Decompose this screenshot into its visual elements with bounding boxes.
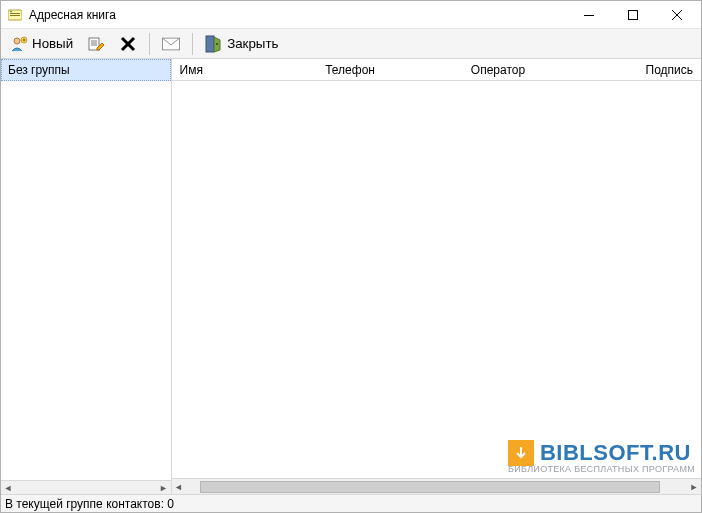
svg-rect-5 — [629, 10, 638, 19]
close-button-label: Закрыть — [227, 36, 278, 51]
contacts-list: Имя Телефон Оператор Подпись BIBLSOFT.RU… — [172, 59, 701, 494]
svg-line-6 — [672, 10, 682, 20]
svg-point-8 — [14, 38, 20, 44]
svg-line-7 — [672, 10, 682, 20]
scroll-left-icon: ◄ — [172, 480, 186, 494]
scroll-left-icon: ◄ — [1, 481, 15, 495]
column-header-operator[interactable]: Оператор — [463, 59, 638, 80]
column-header-signature[interactable]: Подпись — [638, 59, 702, 80]
svg-rect-1 — [10, 13, 20, 14]
window-title: Адресная книга — [29, 8, 116, 22]
edit-icon — [87, 35, 105, 53]
minimize-button[interactable] — [567, 1, 611, 28]
app-icon — [7, 7, 23, 23]
exit-icon — [205, 35, 223, 53]
scrollbar-thumb[interactable] — [200, 481, 660, 493]
sidebar-horizontal-scrollbar[interactable]: ◄ ► — [1, 480, 171, 494]
watermark-subtitle: БИБЛИОТЕКА БЕСПЛАТНЫХ ПРОГРАММ — [508, 464, 695, 474]
scroll-right-icon: ► — [687, 480, 701, 494]
groups-sidebar: Без группы ◄ ► — [1, 59, 172, 494]
delete-button[interactable] — [114, 32, 142, 56]
watermark-icon — [508, 440, 534, 466]
group-item-no-group[interactable]: Без группы — [1, 59, 171, 81]
toolbar: Новый — [1, 29, 701, 59]
column-header-name[interactable]: Имя — [172, 59, 318, 80]
envelope-icon — [162, 35, 180, 53]
window-controls — [567, 1, 699, 28]
new-button-label: Новый — [32, 36, 73, 51]
new-contact-icon — [10, 35, 28, 53]
delete-icon — [119, 35, 137, 53]
scroll-right-icon: ► — [157, 481, 171, 495]
toolbar-separator — [192, 33, 193, 55]
close-button[interactable]: Закрыть — [200, 32, 283, 56]
toolbar-separator — [149, 33, 150, 55]
svg-rect-4 — [584, 15, 594, 16]
svg-rect-2 — [10, 15, 20, 16]
svg-rect-19 — [206, 36, 214, 52]
svg-point-20 — [216, 43, 218, 45]
column-headers: Имя Телефон Оператор Подпись — [172, 59, 701, 81]
edit-button[interactable] — [82, 32, 110, 56]
close-window-button[interactable] — [655, 1, 699, 28]
send-message-button[interactable] — [157, 32, 185, 56]
list-horizontal-scrollbar[interactable]: ◄ ► — [172, 478, 701, 494]
status-bar: В текущей группе контактов: 0 — [1, 494, 701, 512]
group-item-label: Без группы — [8, 63, 70, 77]
new-button[interactable]: Новый — [5, 32, 78, 56]
watermark: BIBLSOFT.RU БИБЛИОТЕКА БЕСПЛАТНЫХ ПРОГРА… — [508, 440, 695, 474]
watermark-title: BIBLSOFT.RU — [540, 440, 691, 466]
app-window: Адресная книга — [0, 0, 702, 513]
column-header-phone[interactable]: Телефон — [317, 59, 463, 80]
list-body[interactable]: BIBLSOFT.RU БИБЛИОТЕКА БЕСПЛАТНЫХ ПРОГРА… — [172, 81, 701, 478]
titlebar: Адресная книга — [1, 1, 701, 29]
svg-point-3 — [10, 10, 12, 12]
content-area: Без группы ◄ ► Имя Телефон Оператор Подп… — [1, 59, 701, 494]
maximize-button[interactable] — [611, 1, 655, 28]
status-text: В текущей группе контактов: 0 — [5, 497, 174, 511]
